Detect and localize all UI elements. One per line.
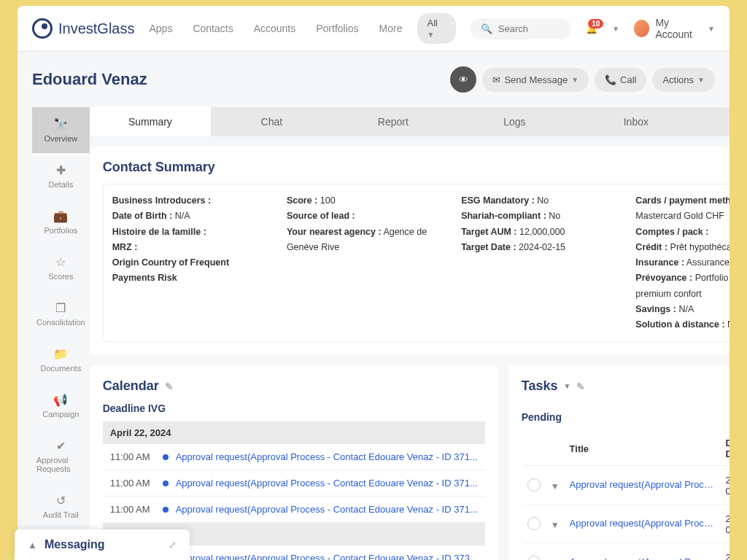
tab-chat[interactable]: Chat bbox=[211, 107, 332, 136]
all-dropdown[interactable]: All ▼ bbox=[417, 13, 456, 44]
task-row: ▼Approval request(Approval Process - Con… bbox=[523, 506, 729, 543]
task-row: ▼Approval request(Approval Process - Con… bbox=[523, 467, 729, 505]
eye-icon: 👁 bbox=[459, 74, 468, 85]
nav-accounts[interactable]: Accounts bbox=[254, 23, 296, 34]
topbar: InvestGlass Apps Contacts Accounts Portf… bbox=[18, 6, 729, 52]
tab-logs[interactable]: Logs bbox=[454, 107, 575, 136]
task-link[interactable]: Approval request(Approval Process - Cont… bbox=[570, 518, 716, 529]
check-icon: ✔ bbox=[56, 439, 66, 453]
nav-contacts[interactable]: Contacts bbox=[193, 23, 233, 34]
calendar-event[interactable]: 11:00 AMApproval request(Approval Proces… bbox=[103, 470, 485, 497]
pencil-icon[interactable]: ✎ bbox=[165, 381, 174, 392]
sidebar-item-approval[interactable]: ✔Approval Requests bbox=[32, 429, 90, 483]
event-dot-icon bbox=[163, 507, 169, 513]
sidebar-item-scores[interactable]: ☆Scores bbox=[32, 245, 90, 291]
avatar bbox=[634, 20, 649, 37]
task-row: ▼Approval request(Approval Process - Con… bbox=[523, 545, 729, 560]
summary-title: Contact Summary bbox=[103, 160, 729, 175]
expand-icon[interactable]: ⤢ bbox=[169, 540, 177, 551]
tab-sent[interactable]: Sent bbox=[697, 107, 729, 136]
task-checkbox[interactable] bbox=[527, 556, 541, 560]
chevron-up-icon: ▲ bbox=[28, 540, 37, 551]
page-title: Edouard Venaz bbox=[32, 70, 147, 89]
phone-icon: 📞 bbox=[605, 74, 616, 85]
task-checkbox[interactable] bbox=[527, 478, 541, 491]
top-nav: Apps Contacts Accounts Portfolios More bbox=[149, 23, 402, 34]
chevron-down-icon[interactable]: ▼ bbox=[612, 25, 619, 33]
briefcase-icon: 💼 bbox=[53, 209, 68, 223]
summary-panel: Contact Summary Business Introducers : D… bbox=[90, 147, 729, 355]
tab-inbox[interactable]: Inbox bbox=[576, 107, 697, 136]
tasks-panel: Tasks ▼ ✎ Show all ▼ Pending Title Due D… bbox=[508, 365, 729, 560]
tasks-title: Tasks bbox=[522, 378, 558, 394]
calendar-title: Calendar bbox=[103, 378, 159, 394]
binoculars-icon: 🔭 bbox=[53, 117, 68, 131]
summary-col-4: Cards / payment method : Mastercard Gold… bbox=[635, 193, 729, 332]
event-dot-icon bbox=[163, 481, 169, 486]
calendar-date-header: April 22, 2024 bbox=[103, 421, 485, 444]
calendar-subhead: Deadline IVG bbox=[103, 402, 485, 414]
send-message-button[interactable]: ✉Send Message ▼ bbox=[482, 68, 589, 92]
layers-icon: ❐ bbox=[55, 301, 66, 315]
sidebar-item-portfolios[interactable]: 💼Portfolios bbox=[32, 199, 90, 245]
task-link[interactable]: Approval request(Approval Process - Cont… bbox=[570, 556, 716, 560]
summary-col-1: Business Introducers : Date of Birth : N… bbox=[112, 193, 272, 332]
chevron-down-icon: ▼ bbox=[427, 31, 435, 39]
chevron-down-icon[interactable]: ▼ bbox=[551, 481, 560, 491]
chevron-down-icon: ▼ bbox=[708, 25, 715, 33]
page-header: Edouard Venaz 👁 ✉Send Message ▼ 📞Call Ac… bbox=[32, 66, 715, 93]
plus-icon: ✚ bbox=[56, 163, 66, 177]
chevron-down-icon[interactable]: ▼ bbox=[551, 520, 560, 530]
sidebar: 🔭Overview ✚Details 💼Portfolios ☆Scores ❐… bbox=[32, 107, 90, 560]
sidebar-item-audit[interactable]: ↺Audit Trail bbox=[32, 483, 90, 529]
account-label: My Account bbox=[655, 17, 702, 40]
tasks-table: Title Due Date Flag ▼Approval request(Ap… bbox=[522, 430, 729, 560]
summary-col-3: ESG Mandatory : No Shariah-compliant : N… bbox=[461, 193, 621, 332]
nav-more[interactable]: More bbox=[379, 23, 403, 34]
megaphone-icon: 📢 bbox=[53, 393, 68, 407]
nav-portfolios[interactable]: Portfolios bbox=[316, 23, 358, 34]
account-menu[interactable]: My Account ▼ bbox=[634, 17, 715, 40]
messaging-drawer[interactable]: ▲ Messaging ⤢ bbox=[15, 529, 190, 560]
nav-apps[interactable]: Apps bbox=[149, 23, 172, 34]
tab-summary[interactable]: Summary bbox=[90, 107, 211, 136]
summary-col-2: Score : 100 Source of lead : Your neares… bbox=[287, 193, 446, 332]
search-icon: 🔍 bbox=[481, 23, 492, 34]
sidebar-item-documents[interactable]: 📁Documents bbox=[32, 337, 90, 383]
search-input[interactable] bbox=[498, 23, 561, 34]
content-tabs: Summary Chat Report Logs Inbox Sent bbox=[90, 107, 729, 136]
logo[interactable]: InvestGlass bbox=[32, 18, 134, 39]
calendar-event[interactable]: 11:00 AMApproval request(Approval Proces… bbox=[103, 444, 485, 470]
notif-badge: 10 bbox=[588, 19, 603, 28]
tab-report[interactable]: Report bbox=[333, 107, 454, 136]
chevron-down-icon: ▼ bbox=[697, 76, 705, 84]
col-due: Due Date bbox=[721, 432, 729, 466]
messaging-title: Messaging bbox=[44, 538, 161, 551]
sidebar-item-details[interactable]: ✚Details bbox=[32, 153, 90, 199]
call-button[interactable]: 📞Call bbox=[595, 68, 646, 92]
task-link[interactable]: Approval request(Approval Process - Cont… bbox=[570, 479, 716, 490]
visibility-button[interactable]: 👁 bbox=[450, 66, 476, 93]
event-dot-icon bbox=[163, 454, 169, 460]
calendar-event[interactable]: 11:00 AMApproval request(Approval Proces… bbox=[103, 497, 485, 523]
envelope-icon: ✉ bbox=[492, 74, 500, 85]
history-icon: ↺ bbox=[56, 494, 66, 508]
folder-icon: 📁 bbox=[53, 347, 68, 361]
brand-name: InvestGlass bbox=[58, 20, 134, 37]
sidebar-item-consolidation[interactable]: ❐Consolidation bbox=[32, 291, 90, 337]
search-box[interactable]: 🔍 bbox=[471, 18, 571, 39]
chevron-down-icon: ▼ bbox=[571, 76, 578, 84]
logo-icon bbox=[32, 18, 53, 39]
pending-label: Pending bbox=[522, 411, 729, 423]
notifications[interactable]: 🔔 10 bbox=[586, 23, 597, 34]
col-title: Title bbox=[565, 432, 720, 466]
sidebar-item-campaign[interactable]: 📢Campaign bbox=[32, 383, 90, 429]
pencil-icon[interactable]: ✎ bbox=[576, 381, 585, 392]
star-icon: ☆ bbox=[55, 255, 66, 269]
task-checkbox[interactable] bbox=[527, 517, 541, 530]
sidebar-item-overview[interactable]: 🔭Overview bbox=[32, 107, 90, 153]
chevron-down-icon[interactable]: ▼ bbox=[563, 382, 570, 390]
actions-button[interactable]: Actions ▼ bbox=[652, 68, 715, 92]
